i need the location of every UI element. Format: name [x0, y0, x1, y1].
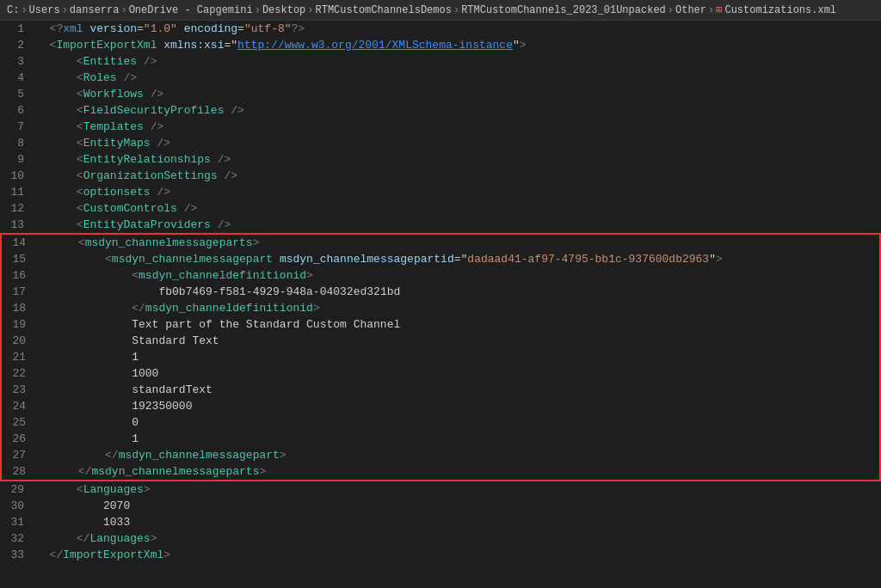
code-line-10: 10 <OrganizationSettings />	[0, 168, 881, 184]
code-line-17: 17 fb0b7469-f581-4929-948a-04032ed321bd	[0, 284, 881, 300]
line-code: <?xml version="1.0" encoding="utf-8"?>	[33, 21, 881, 37]
line-number: 28	[2, 463, 34, 480]
line-number: 8	[0, 135, 33, 151]
line-code: fb0b7469-f581-4929-948a-04032ed321bd	[34, 284, 879, 300]
line-number: 33	[0, 547, 33, 563]
breadcrumb: C: › Users › danserra › OneDrive - Capge…	[0, 0, 881, 21]
line-number: 26	[2, 431, 34, 447]
breadcrumb-danserra: danserra	[70, 4, 120, 16]
line-number: 30	[0, 498, 33, 514]
line-code: </msdyn_channeldefinitionid>	[34, 300, 879, 316]
code-line-24: 24 192350000	[0, 398, 881, 414]
code-line-2: 2 <ImportExportXml xmlns:xsi="http://www…	[0, 37, 881, 53]
line-code: Standard Text	[34, 333, 879, 349]
line-number: 7	[0, 119, 33, 135]
line-number: 21	[2, 349, 34, 365]
line-code: <optionsets />	[33, 184, 881, 200]
code-line-20: 20 Standard Text	[0, 333, 881, 349]
code-line-11: 11 <optionsets />	[0, 184, 881, 200]
code-line-21: 21 1	[0, 349, 881, 365]
line-number: 4	[0, 70, 33, 86]
line-number: 18	[2, 300, 34, 316]
code-line-8: 8 <EntityMaps />	[0, 135, 881, 151]
breadcrumb-icon-xml: ⊞	[716, 3, 722, 16]
line-number: 9	[0, 151, 33, 168]
line-number: 10	[0, 168, 33, 184]
breadcrumb-other: Other	[675, 4, 706, 16]
code-line-14: 14 <msdyn_channelmessageparts>	[0, 233, 881, 251]
code-line-32: 32 </Languages>	[0, 530, 881, 547]
line-code: <Roles />	[33, 70, 881, 86]
line-code: <Workflows />	[33, 86, 881, 102]
code-line-7: 7 <Templates />	[0, 119, 881, 135]
line-number: 12	[0, 200, 33, 217]
code-line-22: 22 1000	[0, 365, 881, 382]
code-line-4: 4 <Roles />	[0, 70, 881, 86]
line-number: 16	[2, 267, 34, 284]
line-number: 27	[2, 447, 34, 463]
line-code: 192350000	[34, 398, 879, 414]
code-line-13: 13 <EntityDataProviders />	[0, 217, 881, 233]
code-line-15: 15 <msdyn_channelmessagepart msdyn_chann…	[0, 251, 881, 267]
line-code: 1033	[33, 514, 881, 530]
line-code: <Templates />	[33, 119, 881, 135]
line-code: 1	[34, 349, 879, 365]
line-code: <msdyn_channelmessagepart msdyn_channelm…	[34, 251, 879, 267]
line-code: <EntityDataProviders />	[33, 217, 881, 233]
code-line-28: 28 </msdyn_channelmessageparts>	[0, 463, 881, 481]
line-code: <Languages>	[33, 481, 881, 498]
line-code: 2070	[33, 498, 881, 514]
line-number: 17	[2, 284, 34, 300]
editor: 1 <?xml version="1.0" encoding="utf-8"?>…	[0, 21, 881, 588]
line-number: 32	[0, 530, 33, 547]
line-number: 24	[2, 398, 34, 414]
line-code: standardText	[34, 382, 879, 398]
breadcrumb-rtm: RTMCustomChannelsDemos	[316, 4, 452, 16]
code-line-5: 5 <Workflows />	[0, 86, 881, 102]
breadcrumb-users: Users	[29, 4, 60, 16]
line-code: <EntityMaps />	[33, 135, 881, 151]
line-code: 1	[34, 431, 879, 447]
line-number: 25	[2, 414, 34, 431]
code-line-26: 26 1	[0, 431, 881, 447]
line-number: 22	[2, 365, 34, 382]
line-number: 31	[0, 514, 33, 530]
line-code: <CustomControls />	[33, 200, 881, 217]
line-number: 29	[0, 481, 33, 498]
breadcrumb-rtm2: RTMCustomChannels_2023_01Unpacked	[461, 4, 666, 16]
code-line-3: 3 <Entities />	[0, 53, 881, 70]
line-code: <Entities />	[33, 53, 881, 70]
code-line-33: 33 </ImportExportXml>	[0, 547, 881, 563]
line-number: 14	[2, 235, 34, 251]
line-code: </msdyn_channelmessagepart>	[34, 447, 879, 463]
breadcrumb-onedrive: OneDrive - Capgemini	[129, 4, 253, 16]
line-code: <OrganizationSettings />	[33, 168, 881, 184]
line-number: 19	[2, 316, 34, 333]
line-code: <msdyn_channeldefinitionid>	[34, 267, 879, 284]
code-line-27: 27 </msdyn_channelmessagepart>	[0, 447, 881, 463]
code-line-31: 31 1033	[0, 514, 881, 530]
code-line-9: 9 <EntityRelationships />	[0, 151, 881, 168]
line-code: <EntityRelationships />	[33, 151, 881, 168]
code-line-29: 29 <Languages>	[0, 481, 881, 498]
line-number: 23	[2, 382, 34, 398]
line-code: <FieldSecurityProfiles />	[33, 102, 881, 119]
line-code: Text part of the Standard Custom Channel	[34, 316, 879, 333]
breadcrumb-file: Customizations.xml	[724, 4, 836, 16]
code-line-23: 23 standardText	[0, 382, 881, 398]
line-number: 2	[0, 37, 33, 53]
code-line-19: 19 Text part of the Standard Custom Chan…	[0, 316, 881, 333]
code-line-30: 30 2070	[0, 498, 881, 514]
code-line-25: 25 0	[0, 414, 881, 431]
code-line-18: 18 </msdyn_channeldefinitionid>	[0, 300, 881, 316]
line-number: 5	[0, 86, 33, 102]
line-number: 15	[2, 251, 34, 267]
line-number: 6	[0, 102, 33, 119]
line-number: 3	[0, 53, 33, 70]
breadcrumb-c: C:	[7, 4, 19, 16]
line-code: <msdyn_channelmessageparts>	[34, 235, 879, 251]
code-line-12: 12 <CustomControls />	[0, 200, 881, 217]
code-line-1: 1 <?xml version="1.0" encoding="utf-8"?>	[0, 21, 881, 37]
code-line-16: 16 <msdyn_channeldefinitionid>	[0, 267, 881, 284]
code-line-6: 6 <FieldSecurityProfiles />	[0, 102, 881, 119]
